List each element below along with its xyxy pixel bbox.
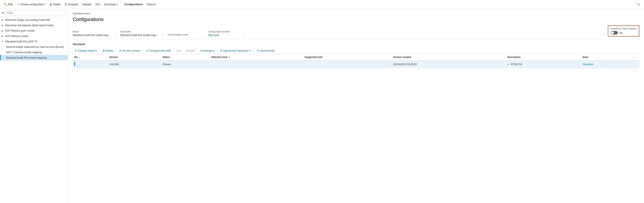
sidebar-item-label: General ledger statement by main account… (6, 45, 64, 48)
tree-chevron-expanded-icon: ▼ (2, 40, 4, 42)
versions-table: Re... Version Status Effective from ▼ Su… (73, 54, 639, 68)
cell-base: Standard (581, 60, 639, 68)
delete-icon: 🗑 (49, 3, 52, 6)
cell-version-created: 18/10/2022 09:25:02 (392, 60, 506, 68)
main-toolbar: ✏️ Edit ＋ Create configuration ▾ 🗑 Delet… (0, 0, 644, 9)
col-supported-until: Supported until (303, 54, 392, 60)
sidebar-item-gst-returns[interactable]: ▶ GST Returns model (0, 33, 68, 39)
rebase-button: Rebase (184, 48, 197, 53)
vtb-separator (100, 49, 100, 53)
toolbar-separator (121, 2, 121, 7)
search-button[interactable]: 🔍 (635, 2, 642, 7)
create-configuration-button[interactable]: ＋ Create configuration ▾ (15, 2, 47, 8)
cell-version: 149.299 (108, 60, 161, 68)
get-this-version-label: Get this version (122, 49, 140, 52)
exchange-label: Exchange (104, 3, 116, 6)
edit-icon: ✏️ (4, 3, 8, 6)
options-label: Options (146, 3, 156, 6)
validate-button[interactable]: Validate (81, 2, 93, 7)
versions-exchange-button[interactable]: Exchange ▾ (198, 48, 216, 53)
sidebar-item-label: Standard Audit File (SAF-T) (5, 40, 37, 43)
change-status-chevron-icon: ▾ (95, 49, 97, 52)
col-version-created: Version created (392, 54, 506, 60)
search-icon: 🔍 (637, 3, 640, 6)
content-area: Standard view ▾ Configurations Name Stan… (68, 9, 644, 203)
col-base: Base (581, 54, 639, 60)
plus-icon: ＋ (16, 2, 19, 6)
view-selector[interactable]: Standard view ▾ (73, 12, 639, 15)
run-button[interactable]: Run (94, 2, 102, 7)
validate-label: Validate (82, 3, 92, 6)
compare-with-draft-label: Compare with draft (149, 49, 171, 52)
sidebar-item-label: GST Returns govt. model (5, 29, 34, 32)
sidebar-item-gst-returns-govt[interactable]: ▶ GST Returns govt. model (0, 28, 68, 33)
versions-toolbar: ↻ Change status ▾ 🗑 Delete ⬇ Get this ve… (73, 47, 639, 54)
config-country-field: Country/region codes (168, 33, 204, 36)
config-description-label: Description (120, 30, 158, 33)
sidebar-item-label: GST Returns model (5, 34, 28, 38)
attachments-label: Attachments (260, 49, 275, 52)
sidebar-filter-icon[interactable]: ▼ (2, 12, 4, 14)
config-provider-field: Configuration provider Microsoft (208, 30, 244, 36)
vtb-separator-5 (198, 49, 198, 53)
config-name-label: Name (73, 30, 110, 33)
get-this-version-button[interactable]: ⬇ Get this version (117, 48, 142, 53)
cell-indicator (73, 60, 108, 68)
sidebar-header: ▼ (0, 9, 68, 17)
versions-delete-button[interactable]: 🗑 Delete (100, 48, 116, 53)
sidebar: ▼ ▶ Electronic ledger accounting model M… (0, 9, 68, 203)
attachments-icon: 📎 (256, 49, 260, 52)
tree-chevron-icon: ▶ (2, 35, 4, 37)
sidebar-item-saft[interactable]: ▼ Standard Audit File (SAF-T) (0, 39, 68, 44)
versions-delete-icon: 🗑 (102, 49, 105, 52)
versions-delete-label: Delete (106, 49, 114, 52)
options-tab[interactable]: Options (145, 2, 157, 7)
cell-status: Shared (161, 60, 210, 68)
exchange-button[interactable]: Exchange ▾ (103, 2, 119, 7)
sidebar-item-electronic-trial[interactable]: ▶ Electronic trial balance detail report… (0, 22, 68, 28)
sidebar-item-saft-general-mapping[interactable]: SAF-T General model mapping (0, 50, 68, 55)
upload-into-repository-label: Upload into repository (223, 49, 248, 52)
col-description: Description (506, 54, 581, 60)
configurations-label: Configurations (124, 3, 142, 6)
rebase-label: Rebase (186, 49, 195, 52)
config-details: Name Standard Audit File model map... De… (73, 26, 639, 39)
config-country-label: Country/region codes (168, 33, 198, 36)
description-edit-icon[interactable]: ✏ (508, 63, 509, 66)
versions-exchange-label: Exchange (200, 49, 212, 52)
upload-icon: ⬆ (220, 49, 222, 52)
tree-chevron-icon: ▶ (2, 19, 4, 21)
config-provider-value[interactable]: Microsoft (208, 34, 239, 36)
col-re: Re... (73, 54, 108, 60)
col-version: Version (108, 54, 161, 60)
versions-run-button: Run (175, 48, 184, 53)
edit-button[interactable]: ✏️ Edit (2, 2, 14, 7)
filter-input[interactable] (6, 10, 66, 16)
default-mapping-toggle[interactable] (611, 31, 618, 34)
table-row[interactable]: 149.299 Shared 18/10/2022 09:25:02 ✏ ID7… (73, 60, 639, 68)
sidebar-item-electronic-ledger[interactable]: ▶ Electronic ledger accounting model MX (0, 17, 68, 22)
configurations-tab[interactable]: Configurations (122, 2, 144, 7)
config-description-value: Standard Audit File model map... (120, 34, 158, 36)
page-title: Configurations (73, 16, 639, 22)
create-config-chevron-icon: ▾ (44, 3, 45, 6)
config-name-field: Name Standard Audit File model map... (73, 30, 116, 36)
change-status-label: Change status (78, 49, 94, 52)
sidebar-item-label: Electronic trial balance detail report m… (5, 24, 54, 27)
col-status: Status (161, 54, 210, 60)
vtb-separator-2 (116, 49, 116, 53)
edit-label: Edit (8, 3, 12, 6)
change-status-button[interactable]: ↻ Change status ▾ (73, 48, 99, 53)
cell-effective-from (210, 60, 303, 68)
delete-button[interactable]: 🗑 Delete (48, 2, 62, 7)
sidebar-item-standard-audit-file-mapping[interactable]: Standard Audit File model mapping (0, 55, 68, 60)
sidebar-item-general-ledger[interactable]: General ledger statement by main account… (0, 44, 68, 50)
upload-into-repository-button[interactable]: ⬆ Upload into repository ▾ (218, 48, 252, 53)
designer-button[interactable]: ☰ Designer (63, 2, 80, 7)
designer-label: Designer (68, 3, 78, 6)
attachments-button[interactable]: 📎 Attachments (254, 48, 277, 53)
compare-with-draft-button[interactable]: ↺ Compare with draft (144, 48, 173, 53)
config-name-value: Standard Audit File model map... (73, 34, 110, 36)
col-effective-from: Effective from ▼ (210, 54, 303, 60)
effective-from-filter-icon[interactable]: ▼ (228, 56, 230, 58)
